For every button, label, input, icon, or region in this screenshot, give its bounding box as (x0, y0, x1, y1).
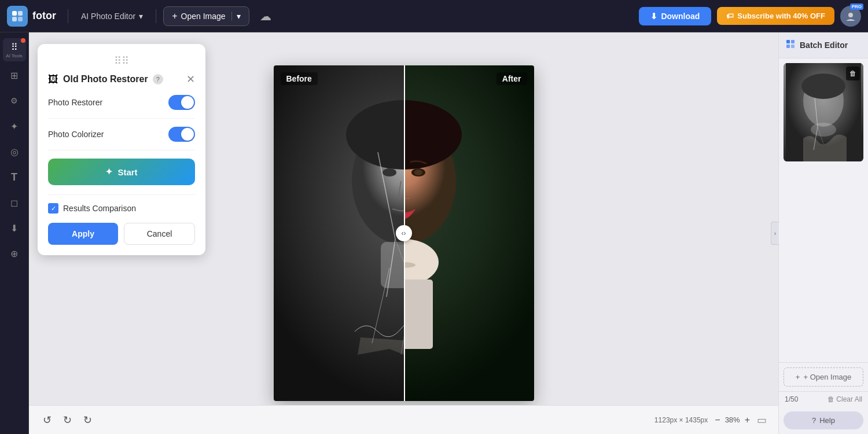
drag-handle: ⠿⠿ (48, 54, 195, 67)
zoom-level: 38% (725, 415, 740, 424)
effects-icon: ✦ (10, 121, 18, 132)
results-comparison-label: Results Comparison (63, 204, 136, 213)
help-section: ? Help (779, 407, 868, 434)
fotor-logo[interactable] (7, 6, 28, 27)
subscribe-button[interactable]: 🏷 Subscribe with 40% OFF (717, 7, 834, 25)
start-button[interactable]: ✦ Start (48, 159, 195, 185)
before-panel: Before (274, 65, 404, 401)
pro-badge: PRO (850, 3, 863, 10)
batch-footer: 1/50 🗑 Clear All (779, 391, 868, 407)
ai-tools-label: AI Tools (6, 54, 22, 58)
start-label: Start (117, 167, 137, 177)
panel-title: Old Photo Restorer (63, 74, 148, 84)
download-side-icon: ⬇ (10, 223, 18, 234)
tool-panel: ⠿⠿ 🖼 Old Photo Restorer ? ✕ Photo Restor… (38, 44, 205, 255)
before-image (274, 65, 404, 401)
user-avatar[interactable]: PRO (840, 6, 861, 27)
start-icon: ✦ (105, 167, 113, 177)
apply-button[interactable]: Apply (48, 223, 118, 245)
cloud-button[interactable]: ☁ (256, 6, 275, 27)
sidebar-item-sticker[interactable]: ◎ (3, 140, 26, 163)
cancel-button[interactable]: Cancel (124, 223, 195, 245)
photo-restorer-row: Photo Restorer (48, 95, 195, 119)
ai-editor-button[interactable]: AI Photo Editor ▾ (75, 8, 149, 24)
svg-point-17 (414, 170, 422, 175)
logo-text: fotor (32, 10, 56, 22)
help-icon: ? (812, 416, 816, 425)
sidebar-item-download[interactable]: ⬇ (3, 216, 26, 240)
compare-container: Before (274, 65, 534, 401)
open-image-label: + Open Image (803, 373, 851, 381)
svg-point-28 (811, 123, 836, 137)
text-icon: T (11, 171, 17, 183)
download-button[interactable]: ⬇ Download (639, 7, 711, 25)
right-panel-collapse-button[interactable]: › (771, 222, 779, 245)
image-count: 1/50 (785, 395, 798, 403)
redo-button[interactable]: ↻ (61, 411, 74, 429)
results-comparison-checkbox[interactable]: ✓ (48, 203, 58, 214)
app-header: fotor AI Photo Editor ▾ + Open Image ▾ ☁… (0, 0, 868, 32)
workspace: ⠿⠿ 🖼 Old Photo Restorer ? ✕ Photo Restor… (29, 32, 778, 434)
clear-all-button[interactable]: 🗑 Clear All (827, 395, 862, 403)
adjust-icon: ⚙ (10, 96, 18, 105)
results-comparison-row: ✓ Results Comparison (48, 203, 195, 214)
header-divider2 (156, 9, 156, 23)
svg-rect-0 (12, 11, 17, 16)
batch-editor-header: Batch Editor (779, 32, 868, 58)
layers-icon: ⊞ (10, 70, 18, 81)
open-image-chevron[interactable]: ▾ (231, 12, 241, 21)
svg-rect-10 (381, 242, 404, 288)
bottom-right: 1123px × 1435px − 38% + ▭ (654, 414, 767, 426)
zoom-out-icon: − (715, 415, 720, 425)
svg-rect-3 (18, 17, 23, 21)
open-image-label: Open Image (181, 12, 226, 21)
sidebar-item-adjust[interactable]: ⚙ (3, 89, 26, 112)
cloud-icon: ☁ (260, 10, 271, 23)
panel-header: 🖼 Old Photo Restorer ? ✕ (48, 73, 195, 86)
batch-images-list: 🗑 (779, 58, 868, 362)
svg-rect-19 (404, 279, 433, 349)
download-icon: ⬇ (650, 12, 657, 21)
batch-editor-title: Batch Editor (800, 41, 848, 50)
undo-button[interactable]: ↺ (41, 411, 54, 429)
photo-restorer-toggle[interactable] (168, 95, 195, 110)
panel-header-left: 🖼 Old Photo Restorer ? (48, 73, 163, 86)
sidebar-item-text[interactable]: T (3, 165, 26, 189)
sidebar-item-layers[interactable]: ⊞ (3, 64, 26, 87)
add-image-button[interactable]: + + Open Image (784, 367, 863, 387)
sidebar-item-more[interactable]: ⊕ (3, 242, 26, 265)
help-icon[interactable]: ? (153, 74, 163, 84)
left-sidebar: ⠿ AI Tools ⊞ ⚙ ✦ ◎ T ◻ ⬇ ⊕ (0, 32, 29, 434)
open-image-button[interactable]: + Open Image ▾ (163, 6, 249, 26)
panel-close-button[interactable]: ✕ (186, 73, 195, 86)
after-image (404, 65, 534, 401)
reset-button[interactable]: ↺ (81, 411, 94, 429)
svg-rect-1 (18, 11, 23, 16)
zoom-in-button[interactable]: + (745, 415, 750, 425)
sidebar-item-effects[interactable]: ✦ (3, 115, 26, 138)
action-buttons: Apply Cancel (48, 223, 195, 245)
help-button[interactable]: ? Help (784, 411, 863, 429)
sidebar-item-shapes[interactable]: ◻ (3, 191, 26, 214)
reset-icon: ↺ (83, 414, 92, 426)
svg-rect-22 (791, 40, 795, 43)
svg-rect-24 (791, 45, 795, 48)
bottom-bar: ↺ ↻ ↺ 1123px × 1435px − 38% + (29, 405, 778, 434)
compare-handle[interactable]: ‹› (396, 225, 412, 241)
svg-point-8 (382, 168, 396, 176)
batch-editor-icon (786, 39, 795, 51)
undo-icon: ↺ (43, 414, 52, 426)
zoom-in-icon: + (745, 415, 750, 425)
more-icon: ⊕ (10, 248, 18, 259)
zoom-out-button[interactable]: − (715, 415, 720, 425)
image-size: 1123px × 1435px (654, 416, 708, 424)
notification-dot (21, 38, 25, 43)
main-layout: ⠿ AI Tools ⊞ ⚙ ✦ ◎ T ◻ ⬇ ⊕ (0, 32, 868, 434)
svg-point-4 (848, 13, 853, 17)
battery-icon: ▭ (757, 414, 767, 426)
svg-rect-21 (786, 40, 790, 43)
before-label: Before (281, 72, 318, 85)
photo-colorizer-toggle[interactable] (168, 127, 195, 142)
batch-delete-button[interactable]: 🗑 (846, 67, 860, 80)
logo-area: fotor (7, 6, 56, 27)
